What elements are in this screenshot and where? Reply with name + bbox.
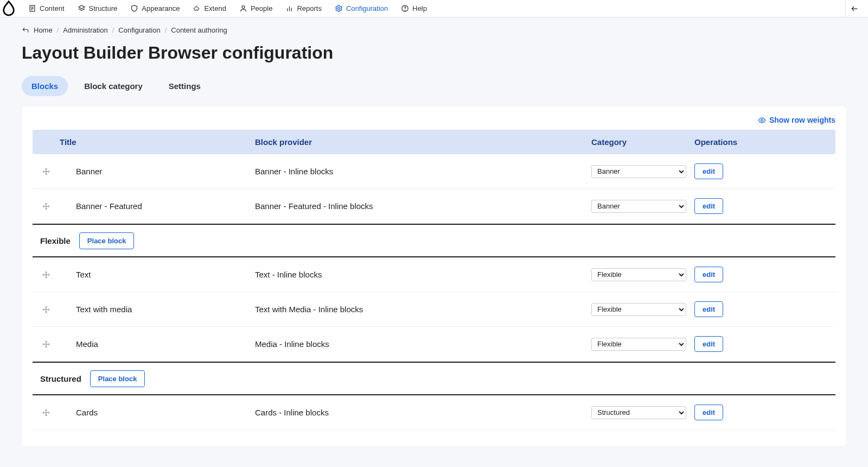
edit-button[interactable]: edit	[694, 267, 723, 282]
category-select[interactable]: BannerFlexibleStructured	[591, 165, 686, 178]
edit-button[interactable]: edit	[694, 301, 723, 317]
nav-reports[interactable]: Reports	[279, 0, 328, 17]
puzzle-icon	[193, 4, 201, 12]
nav-label: Content	[40, 4, 65, 12]
table-row: Text with mediaText with Media - Inline …	[33, 292, 835, 327]
group-title: Flexible	[40, 236, 71, 245]
drag-handle[interactable]	[33, 409, 60, 416]
category-select[interactable]: BannerFlexibleStructured	[591, 406, 686, 419]
breadcrumb-configuration[interactable]: Configuration	[118, 26, 160, 34]
row-provider: Cards - Inline blocks	[255, 408, 591, 417]
drag-icon	[42, 168, 50, 175]
row-title: Text	[60, 270, 255, 279]
nav-label: People	[251, 4, 272, 12]
drag-handle[interactable]	[33, 271, 60, 279]
nav-label: Help	[412, 4, 427, 12]
drag-handle[interactable]	[33, 340, 60, 348]
card-toolbar: Show row weights	[33, 116, 835, 124]
category-select[interactable]: BannerFlexibleStructured	[591, 268, 686, 281]
back-button[interactable]	[845, 0, 863, 17]
show-row-weights-button[interactable]: Show row weights	[758, 116, 835, 124]
show-row-weights-label: Show row weights	[769, 116, 835, 124]
drag-icon	[42, 203, 50, 210]
table-row: CardsCards - Inline blocksBannerFlexible…	[33, 395, 835, 430]
drag-handle[interactable]	[33, 168, 60, 175]
gear-icon	[335, 4, 343, 12]
topbar-left: Content Structure Appearance Extend Peop…	[0, 0, 845, 17]
rows-container: BannerBanner - Inline blocksBannerFlexib…	[33, 154, 835, 430]
drag-icon	[42, 306, 50, 313]
nav-label: Extend	[204, 4, 226, 12]
nav-people[interactable]: People	[233, 0, 279, 17]
svg-point-13	[761, 119, 763, 121]
category-select[interactable]: BannerFlexibleStructured	[591, 200, 686, 213]
group-row: StructuredPlace block	[33, 362, 835, 395]
table-row: TextText - Inline blocksBannerFlexibleSt…	[33, 257, 835, 292]
svg-point-9	[338, 8, 340, 10]
nav-structure[interactable]: Structure	[71, 0, 124, 17]
row-title: Banner - Featured	[60, 201, 255, 211]
row-provider: Media - Inline blocks	[255, 339, 591, 349]
shield-icon	[130, 4, 138, 12]
table-row: Banner - FeaturedBanner - Featured - Inl…	[33, 189, 835, 224]
table-header: Title Block provider Category Operations	[33, 130, 835, 154]
layers-icon	[78, 4, 86, 12]
nav-appearance[interactable]: Appearance	[124, 0, 186, 17]
svg-marker-4	[78, 5, 84, 9]
row-title: Banner	[60, 167, 255, 176]
nav-extend[interactable]: Extend	[186, 0, 232, 17]
drag-icon	[42, 271, 50, 279]
eye-icon	[758, 116, 766, 124]
breadcrumb-content-authoring[interactable]: Content authoring	[171, 26, 227, 34]
chart-icon	[285, 4, 293, 12]
breadcrumb: Home / Administration / Configuration / …	[22, 26, 846, 34]
th-title: Title	[60, 137, 255, 147]
user-icon	[239, 4, 247, 12]
th-category: Category	[591, 137, 694, 147]
file-icon	[28, 4, 36, 12]
edit-button[interactable]: edit	[694, 336, 723, 352]
row-provider: Banner - Inline blocks	[255, 167, 591, 176]
drag-handle[interactable]	[33, 306, 60, 313]
breadcrumb-administration[interactable]: Administration	[63, 26, 107, 34]
th-provider: Block provider	[255, 137, 591, 147]
tab-settings[interactable]: Settings	[159, 76, 210, 96]
tab-blocks[interactable]: Blocks	[22, 76, 68, 96]
nav-label: Reports	[297, 4, 322, 12]
edit-button[interactable]: edit	[694, 163, 723, 179]
group-row: FlexiblePlace block	[33, 224, 835, 257]
help-icon	[401, 4, 409, 12]
edit-button[interactable]: edit	[694, 405, 723, 420]
row-provider: Banner - Featured - Inline blocks	[255, 201, 591, 211]
category-select[interactable]: BannerFlexibleStructured	[591, 303, 686, 316]
nav-label: Appearance	[142, 4, 180, 12]
nav-label: Structure	[89, 4, 118, 12]
drag-icon	[42, 409, 50, 416]
content-card: Show row weights Title Block provider Ca…	[22, 106, 846, 446]
row-title: Cards	[60, 408, 255, 417]
tab-block-category[interactable]: Block category	[74, 76, 152, 96]
breadcrumb-home[interactable]: Home	[34, 26, 53, 34]
table-row: BannerBanner - Inline blocksBannerFlexib…	[33, 154, 835, 189]
arrow-left-icon	[850, 4, 859, 13]
edit-button[interactable]: edit	[694, 198, 723, 214]
nav-configuration[interactable]: Configuration	[328, 0, 394, 17]
category-select[interactable]: BannerFlexibleStructured	[591, 338, 686, 351]
nav-help[interactable]: Help	[394, 0, 433, 17]
group-title: Structured	[40, 374, 81, 383]
nav-content[interactable]: Content	[22, 0, 71, 17]
page-title: Layout Builder Browser configuration	[22, 43, 846, 63]
drag-handle[interactable]	[33, 203, 60, 210]
table-row: MediaMedia - Inline blocksBannerFlexible…	[33, 327, 835, 362]
svg-point-11	[405, 10, 405, 10]
return-icon	[22, 27, 29, 34]
row-title: Text with media	[60, 305, 255, 314]
topbar: Content Structure Appearance Extend Peop…	[0, 0, 868, 17]
row-title: Media	[60, 339, 255, 349]
place-block-button[interactable]: Place block	[90, 370, 145, 387]
nav-label: Configuration	[346, 4, 388, 12]
svg-point-5	[242, 6, 245, 9]
page-body: Home / Administration / Configuration / …	[0, 17, 868, 455]
tabs: Blocks Block category Settings	[22, 76, 846, 96]
place-block-button[interactable]: Place block	[79, 232, 135, 249]
